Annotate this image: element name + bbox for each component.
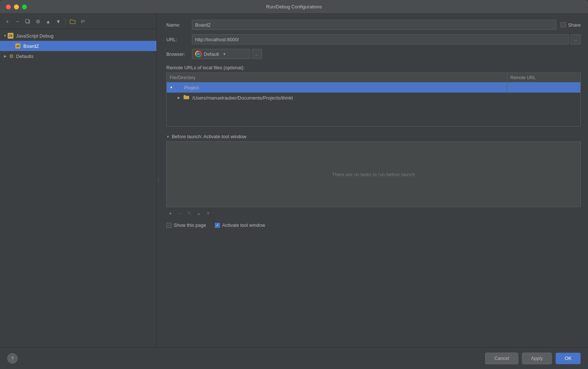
before-launch-section: ▼ Before launch: Activate tool window Th…: [166, 134, 581, 347]
remove-configuration-button[interactable]: −: [13, 17, 22, 26]
share-checkbox[interactable]: [561, 22, 566, 27]
configurations-toolbar: + − ⚙ ▲ ▼: [0, 14, 156, 29]
sort-button[interactable]: [78, 17, 87, 26]
name-label: Name:: [166, 22, 192, 28]
browser-select[interactable]: Default ▼: [192, 49, 250, 59]
configurations-tree: ▼ JS JavaScript Debug JS BoardZ ▶: [0, 29, 156, 347]
ok-button[interactable]: OK: [556, 353, 581, 364]
activate-tool-label: Activate tool window: [222, 222, 265, 228]
activate-tool-checkbox-item: ✓ Activate tool window: [215, 222, 265, 228]
cancel-button[interactable]: Cancel: [485, 353, 518, 364]
remote-table-body: ▼ Project ▶: [167, 82, 580, 126]
remote-row-subpath[interactable]: ▶ /Users/manuelrauber/Documents/Projects…: [167, 93, 580, 103]
tree-item-label-boardz: BoardZ: [23, 43, 39, 49]
js-debug-icon: JS: [8, 32, 15, 39]
remote-cell-subpath-file: ▶ /Users/manuelrauber/Documents/Projects…: [178, 95, 580, 101]
name-input[interactable]: [192, 20, 556, 30]
browser-row: Browser: Default ▼ ...: [166, 49, 581, 59]
remote-row-project[interactable]: ▼ Project: [167, 82, 580, 93]
name-row: Name: Share: [166, 20, 581, 30]
main-content: + − ⚙ ▲ ▼: [0, 14, 588, 347]
subpath-folder-icon: [183, 95, 189, 101]
show-page-label: Show this page: [174, 222, 206, 228]
before-launch-move-down-button[interactable]: ▼: [204, 209, 212, 217]
bottom-bar: ? Cancel Apply OK: [0, 347, 588, 369]
tree-item-js-debug[interactable]: ▼ JS JavaScript Debug: [0, 31, 156, 41]
share-area: Share: [561, 22, 581, 28]
col-header-file: File/Directory: [167, 73, 507, 82]
project-label: Project: [184, 85, 199, 90]
subpath-expand-arrow: ▶: [178, 96, 182, 100]
tree-item-label-js-debug: JavaScript Debug: [16, 33, 54, 39]
right-panel: Name: Share URL: ... Browser: Default: [159, 14, 588, 347]
tree-item-label-defaults: Defaults: [16, 54, 34, 59]
browser-selected-value: Default: [204, 51, 219, 57]
tree-item-defaults[interactable]: ▶ ⚙ Defaults: [0, 51, 156, 61]
col-header-url: Remote URL: [507, 73, 580, 82]
defaults-icon: ⚙: [8, 53, 15, 59]
browser-dropdown-arrow: ▼: [223, 52, 226, 56]
before-launch-toolbar: + − ✎ ▲ ▼: [166, 207, 581, 220]
browser-label: Browser:: [166, 51, 192, 57]
show-page-checkbox[interactable]: [166, 223, 171, 228]
project-folder-icon: [175, 85, 181, 90]
move-down-button[interactable]: ▼: [54, 17, 63, 26]
chrome-icon: [195, 51, 202, 57]
remote-table-header: File/Directory Remote URL: [167, 73, 580, 82]
before-launch-body: There are no tasks to run before launch: [166, 141, 581, 207]
apply-button[interactable]: Apply: [522, 353, 552, 364]
close-button[interactable]: [6, 4, 11, 9]
before-launch-expand-arrow: ▼: [166, 135, 170, 139]
expand-arrow-boardz: [9, 43, 15, 49]
before-launch-header: ▼ Before launch: Activate tool window: [166, 134, 581, 139]
before-launch-add-button[interactable]: +: [166, 209, 174, 217]
before-launch-remove-button[interactable]: −: [176, 209, 184, 217]
help-button[interactable]: ?: [7, 353, 18, 364]
before-launch-title: Before launch: Activate tool window: [172, 134, 247, 139]
toolbar-separator: [65, 18, 66, 25]
url-label: URL:: [166, 37, 192, 42]
remote-urls-label: Remote URLs of local files (optional):: [166, 65, 581, 70]
remote-urls-table: File/Directory Remote URL ▼: [166, 73, 581, 127]
before-launch-move-up-button[interactable]: ▲: [195, 209, 203, 217]
subpath-label: /Users/manuelrauber/Documents/Projects/t…: [192, 95, 293, 101]
expand-arrow-defaults: ▶: [2, 53, 8, 59]
svg-rect-1: [26, 19, 29, 23]
add-configuration-button[interactable]: +: [3, 17, 12, 26]
run-debug-dialog: Run/Debug Configurations + − ⚙ ▲ ▼: [0, 0, 588, 369]
minimize-button[interactable]: [14, 4, 19, 9]
remote-cell-project-file: ▼ Project: [167, 82, 507, 93]
share-label: Share: [568, 22, 581, 28]
boardz-icon: JS: [15, 43, 22, 49]
show-page-checkbox-item: Show this page: [166, 222, 206, 228]
title-bar: Run/Debug Configurations: [0, 0, 588, 14]
checkboxes-row: Show this page ✓ Activate tool window: [166, 220, 581, 231]
activate-tool-checkbox[interactable]: ✓: [215, 223, 220, 228]
url-input[interactable]: [192, 34, 569, 44]
maximize-button[interactable]: [22, 4, 27, 9]
before-launch-empty-text: There are no tasks to run before launch: [332, 172, 415, 177]
left-panel: + − ⚙ ▲ ▼: [0, 14, 157, 347]
move-up-button[interactable]: ▲: [44, 17, 53, 26]
browser-extra-button[interactable]: ...: [252, 49, 262, 59]
url-row: URL: ...: [166, 34, 581, 44]
project-expand-arrow: ▼: [170, 86, 174, 89]
expand-arrow-js-debug: ▼: [2, 33, 8, 39]
folder-button[interactable]: [68, 17, 77, 26]
before-launch-edit-button[interactable]: ✎: [185, 209, 193, 217]
window-controls: [6, 4, 27, 9]
dialog-title: Run/Debug Configurations: [266, 4, 322, 9]
url-dots-button[interactable]: ...: [570, 34, 581, 44]
copy-configuration-button[interactable]: [23, 17, 32, 26]
tree-item-boardz[interactable]: JS BoardZ: [0, 41, 156, 51]
settings-button[interactable]: ⚙: [34, 17, 42, 26]
